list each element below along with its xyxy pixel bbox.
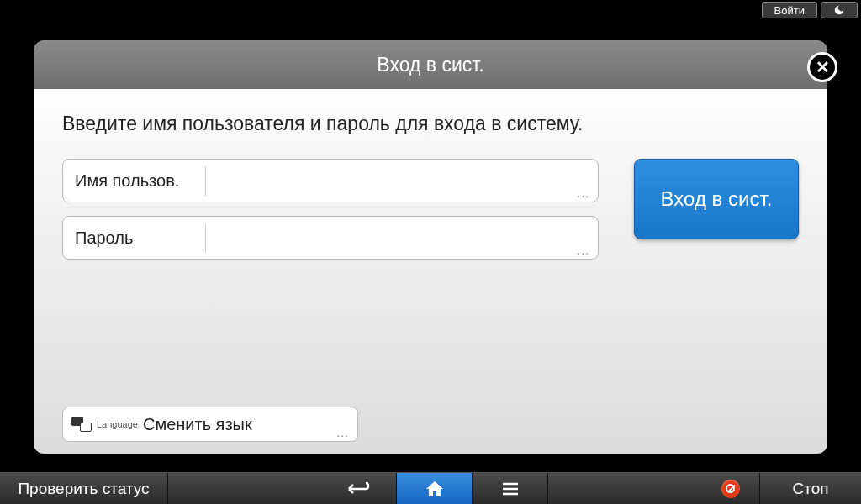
close-icon: ✕ <box>816 57 830 77</box>
top-system-bar: Войти <box>0 0 861 20</box>
back-button[interactable] <box>321 473 397 504</box>
submit-login-label: Вход в сист. <box>661 187 773 211</box>
password-label: Пароль <box>63 223 206 253</box>
username-field[interactable]: Имя пользов. ... <box>62 159 599 202</box>
language-swap-icon <box>70 415 93 433</box>
change-language-button[interactable]: Language Сменить язык ... <box>62 407 358 442</box>
back-arrow-icon <box>346 480 372 497</box>
language-small-text: Language <box>97 419 138 429</box>
language-label: Сменить язык <box>143 415 252 434</box>
password-input[interactable] <box>206 217 598 259</box>
dialog-body: Введите имя пользователя и пароль для вх… <box>34 89 827 454</box>
ellipsis-icon: ... <box>336 426 349 439</box>
night-mode-button[interactable] <box>821 2 858 18</box>
top-login-button[interactable]: Войти <box>762 2 817 18</box>
check-status-label: Проверить статус <box>18 480 149 498</box>
top-login-label: Войти <box>774 4 805 17</box>
ellipsis-icon: ... <box>577 244 589 257</box>
username-label: Имя пользов. <box>63 166 206 196</box>
username-input[interactable] <box>206 160 598 202</box>
submit-login-button[interactable]: Вход в сист. <box>634 159 799 239</box>
fields-column: Имя пользов. ... Пароль ... <box>62 159 599 273</box>
menu-button[interactable] <box>473 473 548 504</box>
stop-icon <box>721 480 740 498</box>
moon-icon <box>833 4 845 16</box>
bottom-nav-bar: Проверить статус Стоп <box>0 472 861 504</box>
hamburger-icon <box>501 482 520 496</box>
stop-label: Стоп <box>792 480 828 498</box>
stop-icon-button[interactable] <box>701 473 760 504</box>
instruction-text: Введите имя пользователя и пароль для вх… <box>62 113 799 135</box>
home-button[interactable] <box>397 473 473 504</box>
home-icon <box>425 480 445 498</box>
nav-spacer <box>548 473 701 504</box>
login-dialog: Вход в сист. ✕ Введите имя пользователя … <box>34 40 827 454</box>
dialog-title: Вход в сист. <box>377 54 483 76</box>
stop-text-button[interactable]: Стоп <box>760 473 861 504</box>
form-row: Имя пользов. ... Пароль ... Вход в сист. <box>62 159 799 273</box>
close-button[interactable]: ✕ <box>807 52 837 82</box>
check-status-button[interactable]: Проверить статус <box>0 473 168 504</box>
password-field[interactable]: Пароль ... <box>62 216 599 260</box>
nav-spacer <box>168 473 321 504</box>
dialog-header: Вход в сист. ✕ <box>34 40 827 89</box>
ellipsis-icon: ... <box>577 186 589 200</box>
